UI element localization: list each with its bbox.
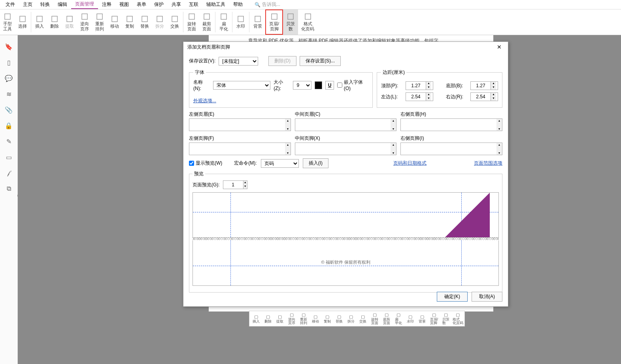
ribbon-btn-22[interactable]: 页眉/页脚 — [265, 9, 283, 35]
mini-btn-6[interactable]: ▢复制 — [321, 312, 333, 325]
menu-form[interactable]: 表单 — [133, 0, 150, 9]
center-footer-input[interactable]: ▴▾ — [295, 143, 397, 155]
mini-btn-13[interactable]: ▢水印 — [404, 312, 416, 325]
menu-protect[interactable]: 保护 — [150, 0, 168, 9]
mini-btn-1[interactable]: ▢删除 — [262, 312, 274, 325]
page-range-link[interactable]: 页面范围选项 — [474, 160, 502, 167]
mini-btn-12[interactable]: ▢扁平化 — [393, 312, 404, 325]
ribbon-btn-19[interactable]: 水印 — [233, 9, 248, 35]
mini-btn-5[interactable]: ▢移动 — [310, 312, 321, 325]
right-header-label: 右侧页眉(H) — [400, 111, 502, 118]
appearance-options-link[interactable]: 外观选项... — [193, 98, 216, 103]
mini-btn-17[interactable]: ▢格式化页码 — [452, 312, 464, 325]
close-icon[interactable]: ✕ — [495, 44, 504, 50]
security-icon[interactable]: 🔒 — [5, 122, 12, 129]
ribbon-btn-17[interactable]: 扁平化 — [216, 9, 231, 35]
left-header-input[interactable]: ▴▾ — [189, 118, 291, 131]
center-header-input[interactable]: ▴▾ — [295, 118, 397, 131]
menu-connect[interactable]: 互联 — [185, 0, 202, 9]
preview-legend: 预览 — [193, 171, 205, 177]
ribbon-btn-23[interactable]: 贝茨数 — [283, 9, 298, 35]
right-header-input[interactable]: ▴▾ — [400, 118, 502, 131]
save-settings-select[interactable]: [未指定] — [219, 57, 258, 66]
ribbon-icon — [141, 15, 149, 23]
margin-top-spinner[interactable]: ▲▼ — [406, 81, 433, 90]
mini-btn-11[interactable]: ▢裁剪页面 — [381, 312, 393, 325]
margin-left-spinner[interactable]: ▲▼ — [406, 92, 433, 101]
ribbon-btn-0[interactable]: 手型工具 — [0, 9, 15, 35]
pages-icon[interactable]: ▯ — [5, 59, 12, 66]
page-preview-spinner[interactable]: ▲▼ — [223, 180, 247, 189]
tell-me-search[interactable]: 🔍 告诉我... — [255, 1, 280, 8]
left-footer-input[interactable]: ▴▾ — [189, 143, 291, 155]
form-icon[interactable]: 𝒻 — [5, 169, 12, 176]
underline-button[interactable]: U — [325, 81, 334, 90]
mini-btn-9[interactable]: ▢交换 — [357, 312, 369, 325]
ribbon-btn-14[interactable]: 旋转页面 — [184, 9, 199, 35]
font-name-select[interactable]: 宋体 — [213, 81, 270, 90]
macro-select[interactable]: 页码 — [261, 159, 299, 168]
ribbon-btn-7[interactable]: 重新排列 — [92, 9, 107, 35]
ribbon-icon — [203, 13, 211, 21]
mini-btn-0[interactable]: ▢插入 — [250, 312, 262, 325]
menu-share[interactable]: 共享 — [168, 0, 185, 9]
mini-btn-16[interactable]: ▢贝茨数 — [440, 312, 452, 325]
field-icon[interactable]: ▭ — [5, 154, 12, 161]
ribbon-btn-10[interactable]: 替换 — [137, 9, 152, 35]
menu-comment[interactable]: 注释 — [98, 0, 115, 9]
menu-accessibility[interactable]: 辅助工具 — [202, 0, 229, 9]
mini-icon: ▢ — [278, 314, 282, 320]
ribbon-btn-24[interactable]: 格式化页码 — [298, 9, 317, 35]
page-date-format-link[interactable]: 页码和日期格式 — [393, 160, 427, 167]
ribbon-btn-9[interactable]: 复制 — [122, 9, 137, 35]
ribbon-btn-5[interactable]: 提取 — [62, 9, 77, 35]
ribbon-btn-21[interactable]: 背景 — [250, 9, 265, 35]
ribbon-btn-4[interactable]: 删除 — [47, 9, 62, 35]
ribbon-btn-8[interactable]: 移动 — [107, 9, 122, 35]
menu-page-manage[interactable]: 页面管理 — [71, 0, 98, 9]
mini-icon: ▢ — [396, 312, 400, 318]
show-preview-checkbox[interactable]: 显示预览(W) — [189, 160, 222, 167]
mini-btn-4[interactable]: ▢重新排列 — [298, 312, 310, 325]
ribbon-label: 拆分 — [155, 24, 164, 29]
comment-icon[interactable]: 💬 — [5, 75, 12, 82]
menu-file[interactable]: 文件 — [2, 0, 19, 9]
menu-edit[interactable]: 编辑 — [54, 0, 71, 9]
ok-button[interactable]: 确定(K) — [437, 292, 468, 302]
font-size-select[interactable]: 9 — [293, 81, 311, 90]
ribbon-btn-12[interactable]: 交换 — [167, 9, 182, 35]
delete-button[interactable]: 删除(D) — [268, 56, 296, 66]
ribbon-btn-6[interactable]: 逆向页序 — [77, 9, 92, 35]
insert-button[interactable]: 插入(I) — [303, 158, 328, 168]
mini-btn-3[interactable]: ▢逆向页序 — [286, 312, 298, 325]
mini-label: 贝茨数 — [442, 318, 449, 325]
save-settings-button[interactable]: 保存设置(S)... — [300, 56, 341, 66]
margin-right-spinner[interactable]: ▲▼ — [470, 92, 498, 101]
bookmark-icon[interactable]: 🔖 — [5, 43, 12, 50]
margin-bottom-spinner[interactable]: ▲▼ — [470, 81, 498, 90]
mini-btn-2[interactable]: ▢提取 — [274, 312, 286, 325]
mini-toolbar: ▢插入▢删除▢提取▢逆向页序▢重新排列▢移动▢复制▢替换▢拆分▢交换▢旋转页面▢… — [249, 311, 465, 326]
menu-home[interactable]: 主页 — [19, 0, 36, 9]
mini-btn-7[interactable]: ▢替换 — [333, 312, 345, 325]
menu-view[interactable]: 视图 — [115, 0, 133, 9]
font-color-swatch[interactable] — [315, 81, 322, 89]
mini-btn-10[interactable]: ▢旋转页面 — [369, 312, 381, 325]
menu-convert[interactable]: 转换 — [36, 0, 54, 9]
ribbon-btn-1[interactable]: 选择 — [15, 9, 30, 35]
ribbon-btn-15[interactable]: 裁剪页面 — [199, 9, 214, 35]
ribbon-btn-11[interactable]: 拆分 — [152, 9, 167, 35]
cancel-button[interactable]: 取消(A) — [472, 292, 502, 302]
compare-icon[interactable]: ⧉ — [5, 185, 12, 192]
attachment-icon[interactable]: 📎 — [5, 106, 12, 113]
font-legend: 字体 — [193, 69, 206, 76]
menu-help[interactable]: 帮助 — [229, 0, 247, 9]
layers-icon[interactable]: ≋ — [5, 90, 12, 98]
mini-btn-14[interactable]: ▢背景 — [416, 312, 428, 325]
embed-font-checkbox[interactable]: 嵌入字体(O) — [337, 79, 368, 91]
mini-btn-8[interactable]: ▢拆分 — [345, 312, 357, 325]
ribbon-btn-3[interactable]: 插入 — [32, 9, 47, 35]
mini-btn-15[interactable]: ▢页眉/页脚 — [428, 312, 440, 325]
right-footer-input[interactable]: ▴▾ — [400, 143, 502, 155]
signature-icon[interactable]: ✎ — [5, 138, 12, 145]
